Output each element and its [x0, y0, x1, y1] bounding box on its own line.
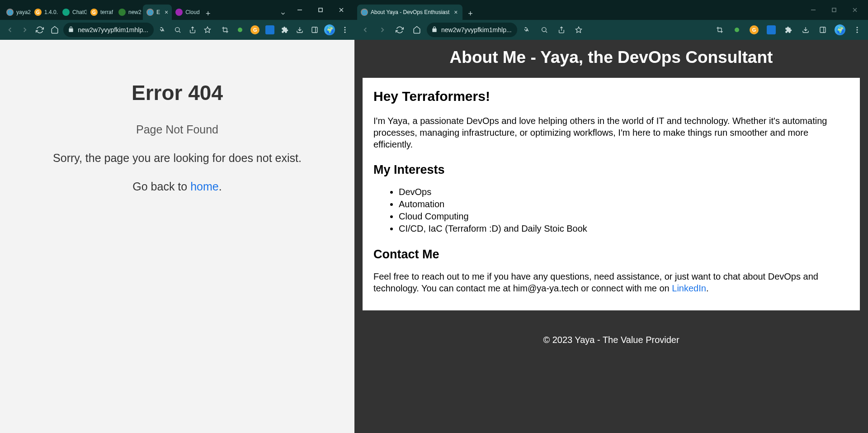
extension-button[interactable]: G	[747, 23, 761, 37]
tab-label: E	[156, 9, 160, 15]
sidepanel-button[interactable]	[816, 23, 830, 37]
tab[interactable]: ChatG	[59, 5, 87, 20]
interests-list: DevOps Automation Cloud Computing CI/CD,…	[373, 186, 849, 235]
list-item: Automation	[399, 198, 849, 210]
address-bar[interactable]: new2w7yvypfkim1mhlp...	[427, 23, 517, 37]
bookmark-button[interactable]	[571, 23, 586, 37]
minimize-button[interactable]	[803, 3, 824, 17]
sidepanel-button[interactable]	[309, 23, 321, 37]
titlebar: 🌐 About Yaya - DevOps Enthusiast × +	[354, 0, 868, 20]
svg-point-10	[344, 29, 345, 31]
window-controls	[803, 3, 865, 20]
crop-button[interactable]	[219, 23, 231, 37]
new-tab-button[interactable]: +	[464, 7, 477, 20]
minimize-button[interactable]	[289, 3, 310, 17]
list-item: DevOps	[399, 186, 849, 198]
svg-point-4	[175, 28, 179, 32]
forward-button[interactable]	[375, 23, 390, 37]
tab[interactable]: 🌐 yaya2	[3, 5, 31, 20]
g-icon: G	[750, 25, 759, 34]
extension-button[interactable]	[264, 23, 276, 37]
error-404-page: Error 404 Page Not Found Sorry, the page…	[0, 40, 354, 433]
crop-button[interactable]	[712, 23, 727, 37]
extension-button[interactable]	[234, 23, 246, 37]
cast-icon	[767, 25, 776, 34]
page-footer: © 2023 Yaya - The Value Provider	[354, 319, 868, 362]
forward-button[interactable]	[19, 23, 31, 37]
zoom-button[interactable]	[537, 23, 552, 37]
tab-label: 1.4.0.	[44, 9, 58, 15]
svg-marker-6	[204, 27, 210, 33]
n-icon	[118, 9, 126, 16]
interests-heading: My Interests	[373, 163, 849, 177]
close-icon[interactable]: ×	[454, 9, 458, 16]
profile-button[interactable]: 🌍	[324, 23, 336, 37]
extension-button[interactable]: G	[249, 23, 261, 37]
extension-button[interactable]	[730, 23, 744, 37]
reload-button[interactable]	[392, 23, 407, 37]
close-button[interactable]	[844, 3, 865, 17]
home-prefix: Go back to	[132, 180, 190, 193]
svg-marker-18	[576, 27, 581, 33]
dot-icon	[735, 28, 739, 32]
home-button[interactable]	[48, 23, 61, 37]
linkedin-link[interactable]: LinkedIn	[672, 283, 706, 293]
tab-active[interactable]: 🌐 E ×	[143, 5, 172, 20]
globe-icon: 🌐	[6, 9, 14, 16]
toolbar: new2w7yvypfkim1mhlp... G 🌍	[0, 20, 354, 40]
contact-post: .	[706, 283, 709, 293]
address-bar[interactable]: new2w7yvypfkim1mhlp...	[63, 23, 154, 37]
extensions-button[interactable]	[781, 23, 796, 37]
menu-button[interactable]	[339, 23, 351, 37]
tab[interactable]: new2	[115, 5, 143, 20]
titlebar: 🌐 yaya2 G 1.4.0. ChatG G terraf new2 🌐	[0, 0, 354, 20]
list-item: Cloud Computing	[399, 210, 849, 223]
page-body: Hey Terraformers! I'm Yaya, a passionate…	[363, 78, 860, 310]
close-button[interactable]	[331, 3, 352, 17]
svg-rect-19	[820, 27, 826, 33]
extension-button[interactable]	[764, 23, 778, 37]
back-button[interactable]	[358, 23, 373, 37]
svg-rect-13	[832, 8, 836, 12]
chat-icon	[62, 9, 70, 16]
bookmark-button[interactable]	[201, 23, 213, 37]
downloads-button[interactable]	[294, 23, 306, 37]
tab-active[interactable]: 🌐 About Yaya - DevOps Enthusiast ×	[357, 5, 462, 20]
profile-button[interactable]: 🌍	[833, 23, 847, 37]
error-subtitle: Page Not Found	[136, 123, 218, 136]
home-button[interactable]	[410, 23, 424, 37]
svg-point-22	[857, 29, 858, 31]
greeting-heading: Hey Terraformers!	[373, 89, 849, 104]
downloads-button[interactable]	[798, 23, 813, 37]
tab-strip: 🌐 yaya2 G 1.4.0. ChatG G terraf new2 🌐	[3, 5, 273, 20]
maximize-button[interactable]	[824, 3, 844, 17]
contact-pre: Feel free to reach out to me if you have…	[373, 271, 818, 293]
svg-point-21	[857, 27, 858, 28]
translate-button[interactable]	[520, 23, 534, 37]
menu-button[interactable]	[850, 23, 864, 37]
tab-label: ChatG	[72, 9, 87, 15]
extensions-button[interactable]	[279, 23, 291, 37]
reload-button[interactable]	[33, 23, 46, 37]
cast-icon	[265, 25, 274, 34]
maximize-button[interactable]	[310, 3, 331, 17]
url-text: new2w7yvypfkim1mhlp...	[441, 26, 512, 33]
tab-search-button[interactable]	[277, 7, 289, 20]
back-button[interactable]	[4, 23, 16, 37]
translate-button[interactable]	[156, 23, 169, 37]
page-content: About Me - Yaya, the DevOps Consultant H…	[354, 40, 868, 433]
new-tab-button[interactable]: +	[202, 7, 214, 20]
dot-icon	[238, 28, 242, 32]
tab[interactable]: G terraf	[87, 5, 115, 20]
tab[interactable]: Cloud	[172, 5, 200, 20]
globe-icon: 🌐	[361, 9, 368, 16]
share-button[interactable]	[186, 23, 198, 37]
intro-text: I'm Yaya, a passionate DevOps and love h…	[373, 115, 849, 150]
svg-line-5	[179, 31, 180, 33]
home-link[interactable]: home	[190, 180, 219, 193]
share-button[interactable]	[554, 23, 569, 37]
zoom-button[interactable]	[171, 23, 184, 37]
svg-point-11	[344, 32, 345, 33]
close-icon[interactable]: ×	[165, 9, 168, 16]
tab[interactable]: G 1.4.0.	[31, 5, 59, 20]
